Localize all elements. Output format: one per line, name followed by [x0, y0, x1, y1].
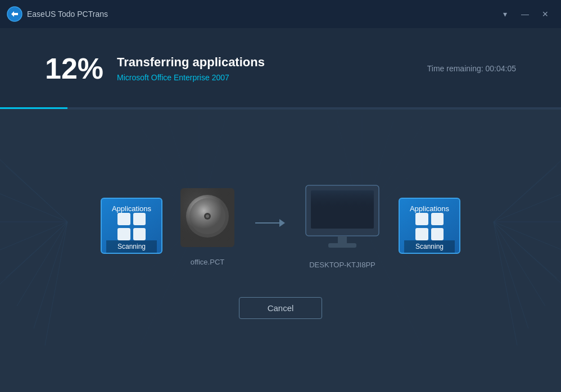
svg-rect-46 [311, 190, 374, 209]
left-app-label-bottom: Scanning [106, 240, 157, 253]
left-app-scanning-icon: Applications Scanning [101, 198, 162, 254]
svg-rect-47 [338, 236, 347, 244]
right-grid-quad-4 [431, 228, 444, 240]
app-logo-icon [7, 6, 22, 22]
main-content: Applications Scanning [0, 110, 561, 392]
right-app-label-bottom: Scanning [404, 240, 455, 253]
transfer-info: Transferring applications Microsoft Offi… [117, 55, 265, 82]
svg-line-7 [0, 222, 67, 289]
grid-quad-3 [117, 228, 130, 240]
left-app-block: Applications Scanning [101, 198, 162, 254]
right-grid-quad-3 [415, 228, 428, 240]
right-app-grid [415, 213, 444, 240]
svg-line-2 [6, 166, 67, 222]
grid-quad-4 [133, 228, 146, 240]
titlebar: EaseUS Todo PCTrans ▾ — ✕ [0, 0, 561, 28]
disc-icon [179, 185, 236, 250]
svg-line-13 [494, 194, 561, 222]
progress-bar [0, 107, 67, 109]
minimize-button[interactable]: — [516, 6, 534, 22]
header-section: 12% Transferring applications Microsoft … [0, 28, 561, 110]
svg-line-9 [34, 222, 67, 329]
monitor-icon [303, 183, 382, 253]
time-remaining: Time remaining: 00:04:05 [427, 64, 516, 73]
svg-line-20 [494, 222, 517, 345]
svg-point-40 [206, 215, 209, 218]
svg-marker-42 [279, 219, 285, 227]
progress-bar-container [0, 107, 561, 109]
grid-quad-2 [133, 213, 146, 225]
svg-line-12 [494, 166, 557, 222]
percent-display: 12% [45, 54, 103, 83]
svg-line-6 [6, 222, 67, 278]
source-label: office.PCT [191, 258, 224, 266]
right-grid-quad-2 [431, 213, 444, 225]
svg-line-10 [45, 222, 67, 345]
svg-line-3 [0, 194, 67, 222]
svg-line-16 [494, 222, 557, 278]
svg-line-18 [494, 222, 545, 306]
transfer-subtitle: Microsoft Office Enterprise 2007 [117, 73, 265, 82]
source-block: office.PCT [179, 185, 236, 266]
app-title: EaseUS Todo PCTrans [27, 10, 108, 19]
cancel-button[interactable]: Cancel [239, 297, 323, 319]
transfer-title: Transferring applications [117, 55, 265, 70]
svg-line-15 [494, 222, 561, 250]
svg-line-17 [494, 222, 561, 289]
transfer-diagram: Applications Scanning [101, 183, 460, 269]
right-app-label-top: Applications [410, 204, 449, 213]
svg-line-11 [494, 154, 561, 222]
svg-rect-48 [328, 243, 356, 248]
left-app-label-top: Applications [112, 204, 151, 213]
right-grid-quad-1 [415, 213, 428, 225]
svg-line-5 [0, 222, 67, 250]
left-app-grid [117, 213, 146, 240]
window-controls: ▾ — ✕ [496, 6, 554, 22]
svg-line-8 [17, 222, 67, 306]
svg-line-1 [0, 154, 67, 222]
right-app-scanning-icon: Applications Scanning [399, 198, 460, 254]
transfer-arrow [252, 215, 286, 231]
dest-block: DESKTOP-KTJI8PP [303, 183, 382, 269]
dropdown-button[interactable]: ▾ [496, 6, 514, 22]
close-button[interactable]: ✕ [536, 6, 554, 22]
svg-line-19 [494, 222, 528, 329]
grid-quad-1 [117, 213, 130, 225]
dest-label: DESKTOP-KTJI8PP [309, 261, 375, 269]
right-app-block: Applications Scanning [399, 198, 460, 254]
app-logo-area: EaseUS Todo PCTrans [7, 6, 108, 22]
